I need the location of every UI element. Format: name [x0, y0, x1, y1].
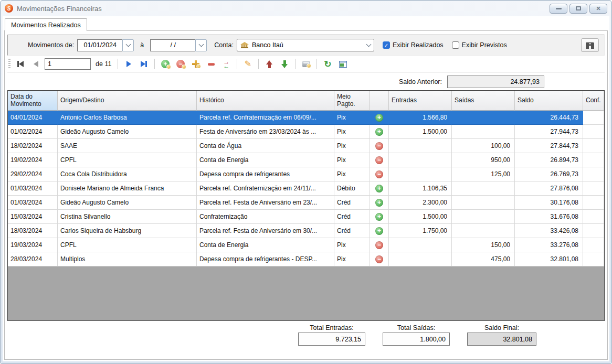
- cell-entradas[interactable]: [389, 139, 452, 153]
- add-saida-button[interactable]: −: [174, 58, 187, 70]
- cell-historico[interactable]: Conta de Água: [197, 139, 334, 153]
- conta-combobox[interactable]: Banco Itaú: [237, 39, 374, 51]
- table-row[interactable]: 28/03/2024MultiplosDepesa compra de refr…: [8, 252, 604, 266]
- table-row[interactable]: 19/03/2024CPFLConta de EnergiaPix−150,00…: [8, 238, 604, 252]
- cell-meio-pagto[interactable]: Pix: [334, 167, 370, 181]
- add-entrada-button[interactable]: +: [159, 58, 172, 70]
- cell-data-movimento[interactable]: 04/01/2024: [8, 111, 58, 125]
- cell-historico[interactable]: Parcela ref. Confraternização em 06/09/.…: [197, 111, 334, 125]
- cell-origem-destino[interactable]: Gideão Augusto Camelo: [58, 125, 197, 139]
- cell-saidas[interactable]: 475,00: [452, 252, 515, 266]
- cell-origem-destino[interactable]: Cristina Silvanello: [58, 210, 197, 224]
- cell-data-movimento[interactable]: 29/02/2024: [8, 167, 58, 181]
- cell-saldo[interactable]: 26.444,73: [515, 111, 583, 125]
- previous-record-button[interactable]: [29, 58, 42, 70]
- cell-tipo-icon[interactable]: +: [370, 196, 389, 210]
- cell-origem-destino[interactable]: Coca Cola Distribuidora: [58, 167, 197, 181]
- cell-historico[interactable]: Conta de Energia: [197, 238, 334, 252]
- table-row[interactable]: 18/03/2024Carlos Siqueira de HabsburgPar…: [8, 224, 604, 238]
- cell-meio-pagto[interactable]: Pix: [334, 139, 370, 153]
- next-record-button[interactable]: [122, 58, 135, 70]
- cell-conf[interactable]: [583, 252, 604, 266]
- cell-data-movimento[interactable]: 19/03/2024: [8, 238, 58, 252]
- cell-data-movimento[interactable]: 01/03/2024: [8, 196, 58, 210]
- cell-saldo[interactable]: 31.676,08: [515, 210, 583, 224]
- cell-meio-pagto[interactable]: Pix: [334, 111, 370, 125]
- refresh-button[interactable]: ↻: [321, 58, 334, 70]
- cell-saidas[interactable]: [452, 111, 515, 125]
- table-row[interactable]: 18/02/2024SAAEConta de ÁguaPix−100,0027.…: [8, 139, 604, 153]
- cell-origem-destino[interactable]: CPFL: [58, 153, 197, 167]
- cell-entradas[interactable]: [389, 153, 452, 167]
- cell-saldo[interactable]: 27.876,08: [515, 181, 583, 196]
- exibir-realizados-checkbox[interactable]: ✓ Exibir Realizados: [383, 41, 444, 49]
- cell-meio-pagto[interactable]: Pix: [334, 252, 370, 266]
- cell-entradas[interactable]: 2.300,00: [389, 196, 452, 210]
- cell-tipo-icon[interactable]: −: [370, 153, 389, 167]
- edit-button[interactable]: ✎: [241, 58, 254, 70]
- cell-meio-pagto[interactable]: Créd: [334, 210, 370, 224]
- cell-saidas[interactable]: [452, 181, 515, 196]
- toolbar-grip[interactable]: [8, 59, 10, 69]
- cell-meio-pagto[interactable]: Pix: [334, 238, 370, 252]
- cell-saldo[interactable]: 27.844,73: [515, 139, 583, 153]
- cell-historico[interactable]: Conta de Energia: [197, 153, 334, 167]
- delete-record-button[interactable]: [205, 58, 217, 70]
- cell-tipo-icon[interactable]: −: [370, 238, 389, 252]
- cell-historico[interactable]: Confraternização: [197, 210, 334, 224]
- column-header-historico[interactable]: Histórico: [197, 91, 334, 111]
- column-header-entradas[interactable]: Entradas: [389, 91, 452, 111]
- cell-conf[interactable]: [583, 153, 604, 167]
- table-row[interactable]: 19/02/2024CPFLConta de EnergiaPix−950,00…: [8, 153, 604, 167]
- cell-saldo[interactable]: 30.176,08: [515, 196, 583, 210]
- cell-origem-destino[interactable]: Antonio Carlos Barbosa: [58, 111, 197, 125]
- column-header-data-do-movimento[interactable]: Data do Movimento: [8, 91, 58, 111]
- cell-conf[interactable]: [583, 167, 604, 181]
- column-header-conf[interactable]: Conf.: [583, 91, 604, 111]
- search-button[interactable]: [581, 38, 599, 52]
- first-record-button[interactable]: [14, 58, 27, 70]
- move-up-button[interactable]: [263, 58, 276, 70]
- cell-saldo[interactable]: 27.944,73: [515, 125, 583, 139]
- cell-conf[interactable]: [583, 111, 604, 125]
- add-record-button[interactable]: [189, 58, 202, 70]
- cell-meio-pagto[interactable]: Pix: [334, 153, 370, 167]
- title-bar[interactable]: S Movimentações Financeiras ✕: [1, 1, 611, 16]
- cell-conf[interactable]: [583, 238, 604, 252]
- cell-saidas[interactable]: [452, 210, 515, 224]
- exibir-previstos-checkbox[interactable]: ✓ Exibir Previstos: [452, 41, 507, 49]
- cell-origem-destino[interactable]: SAAE: [58, 139, 197, 153]
- date-to-dropdown-button[interactable]: [195, 39, 207, 51]
- cell-saidas[interactable]: [452, 196, 515, 210]
- cell-saldo[interactable]: 33.276,08: [515, 238, 583, 252]
- date-from-dropdown-button[interactable]: [122, 39, 134, 51]
- column-header-origem-destino[interactable]: Origem/Destino: [58, 91, 197, 111]
- cell-entradas[interactable]: [389, 167, 452, 181]
- print-button[interactable]: [300, 58, 312, 70]
- cell-tipo-icon[interactable]: +: [370, 111, 389, 125]
- cell-data-movimento[interactable]: 18/02/2024: [8, 139, 58, 153]
- cell-saidas[interactable]: 150,00: [452, 238, 515, 252]
- cell-saidas[interactable]: 125,00: [452, 167, 515, 181]
- cell-historico[interactable]: Depesa compra de refrigerantes: [197, 167, 334, 181]
- cell-saldo[interactable]: 33.426,08: [515, 224, 583, 238]
- cell-saldo[interactable]: 26.894,73: [515, 153, 583, 167]
- column-header-meio-pagto[interactable]: Meio Pagto.: [334, 91, 370, 111]
- cell-origem-destino[interactable]: Carlos Siqueira de Habsburg: [58, 224, 197, 238]
- table-row[interactable]: 04/01/2024Antonio Carlos BarbosaParcela …: [8, 111, 604, 125]
- cell-meio-pagto[interactable]: Créd: [334, 224, 370, 238]
- cell-conf[interactable]: [583, 210, 604, 224]
- cell-entradas[interactable]: 1.106,35: [389, 181, 452, 196]
- cell-origem-destino[interactable]: Multiplos: [58, 252, 197, 266]
- cell-data-movimento[interactable]: 19/02/2024: [8, 153, 58, 167]
- cell-data-movimento[interactable]: 18/03/2024: [8, 224, 58, 238]
- table-row[interactable]: 01/02/2024Gideão Augusto CameloFesta de …: [8, 125, 604, 139]
- cell-saidas[interactable]: 100,00: [452, 139, 515, 153]
- minimize-button[interactable]: [550, 4, 567, 14]
- cell-entradas[interactable]: 1.500,00: [389, 210, 452, 224]
- cell-entradas[interactable]: 1.750,00: [389, 224, 452, 238]
- cell-origem-destino[interactable]: Donisete Mariano de Almeida Franca: [58, 181, 197, 196]
- last-record-button[interactable]: [138, 58, 150, 70]
- cell-tipo-icon[interactable]: +: [370, 125, 389, 139]
- grid-view-button[interactable]: [336, 58, 349, 70]
